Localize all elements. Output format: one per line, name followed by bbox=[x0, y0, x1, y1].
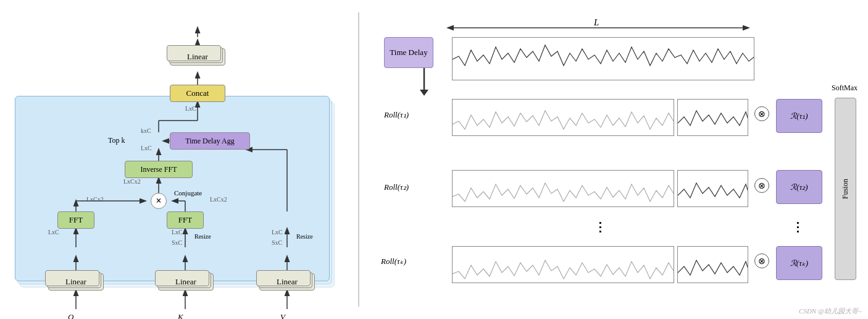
linear-q-label: Linear bbox=[65, 277, 86, 287]
dots-label-2: ⋮ bbox=[791, 219, 804, 234]
time-delay-agg-box: Time Delay Agg bbox=[170, 132, 250, 150]
linear-top-box: Linear bbox=[170, 48, 225, 66]
lxC-k-label: LxC bbox=[172, 229, 183, 236]
lxC-label-2: LxC bbox=[185, 105, 196, 112]
fusion-box: Fusion bbox=[835, 98, 856, 280]
linear-top-label: Linear bbox=[187, 52, 208, 62]
multiply-box: × bbox=[151, 193, 167, 209]
v-input-label: V bbox=[280, 312, 285, 319]
inverse-fft-box: Inverse FFT bbox=[125, 161, 193, 178]
top-waveform-box bbox=[452, 37, 754, 80]
row2-waveform-right bbox=[677, 170, 748, 207]
lxCx2-label-1: LxCx2 bbox=[123, 178, 141, 185]
linear-q-box: Linear bbox=[48, 273, 104, 291]
R2-box: ℛ(τ₂) bbox=[776, 170, 822, 204]
row2-waveform-left bbox=[452, 170, 674, 207]
lxC-label-1: LxC bbox=[141, 145, 152, 151]
fft-left-label: FFT bbox=[69, 215, 83, 225]
svg-marker-27 bbox=[420, 90, 428, 96]
k-input-label: K bbox=[178, 312, 183, 319]
row1-waveform-left bbox=[452, 99, 674, 136]
roll-1-label: Roll(τ₁) bbox=[384, 110, 409, 120]
top-k-label: Top k bbox=[108, 136, 125, 145]
R1-box: ℛ(τ₁) bbox=[776, 99, 822, 133]
resize-k-label: Resize bbox=[194, 233, 211, 240]
row1-waveform-right bbox=[677, 99, 748, 136]
multiply-circle-1: ⊗ bbox=[754, 106, 769, 121]
multiply-circle-k: ⊗ bbox=[754, 253, 769, 268]
concat-label: Concat bbox=[186, 88, 209, 98]
fft-left-box: FFT bbox=[57, 211, 94, 229]
kxC-label: kxC bbox=[141, 127, 151, 134]
linear-k-box: Linear bbox=[158, 273, 214, 291]
lxC-q-label: LxC bbox=[48, 229, 59, 236]
roll-2-label: Roll(τ₂) bbox=[384, 182, 409, 192]
dots-label: ⋮ bbox=[594, 219, 606, 234]
time-delay-agg-label: Time Delay Agg bbox=[185, 137, 235, 146]
fft-right-label: FFT bbox=[178, 215, 192, 225]
rowk-waveform-right bbox=[677, 246, 748, 283]
lxC-v-label: LxC bbox=[272, 229, 283, 236]
roll-k-label: Roll(τₖ) bbox=[381, 257, 406, 266]
linear-v-label: Linear bbox=[277, 277, 298, 287]
lxCx2-label-3: LxCx2 bbox=[210, 196, 227, 203]
L-label: L bbox=[594, 17, 599, 28]
concat-box: Concat bbox=[170, 85, 225, 102]
sxC-k-label: SxC bbox=[172, 239, 182, 246]
left-diagram: Linear Concat Time Delay Agg Top k kxC L… bbox=[6, 6, 352, 313]
right-diagram: L Time Delay Roll(τ₁) ⊗ bbox=[365, 6, 862, 313]
multiply-circle-2: ⊗ bbox=[754, 178, 769, 193]
section-divider bbox=[358, 12, 359, 307]
q-input-label: Q bbox=[68, 312, 73, 319]
linear-k-label: Linear bbox=[175, 277, 196, 287]
time-delay-box: Time Delay bbox=[384, 37, 433, 68]
softmax-label: SoftMax bbox=[832, 83, 858, 93]
Rk-box: ℛ(τₖ) bbox=[776, 246, 822, 280]
rowk-waveform-left bbox=[452, 246, 674, 283]
main-container: Linear Concat Time Delay Agg Top k kxC L… bbox=[0, 0, 868, 319]
resize-v-label: Resize bbox=[296, 233, 313, 240]
fft-right-box: FFT bbox=[167, 211, 204, 229]
sxC-v-label: SxC bbox=[272, 239, 282, 246]
lxCx2-label-2: LxCx2 bbox=[86, 196, 104, 203]
conjugate-label: Conjugate bbox=[174, 189, 202, 197]
inverse-fft-label: Inverse FFT bbox=[141, 165, 177, 174]
top-waveform-svg bbox=[453, 38, 754, 80]
linear-v-box: Linear bbox=[259, 273, 315, 291]
